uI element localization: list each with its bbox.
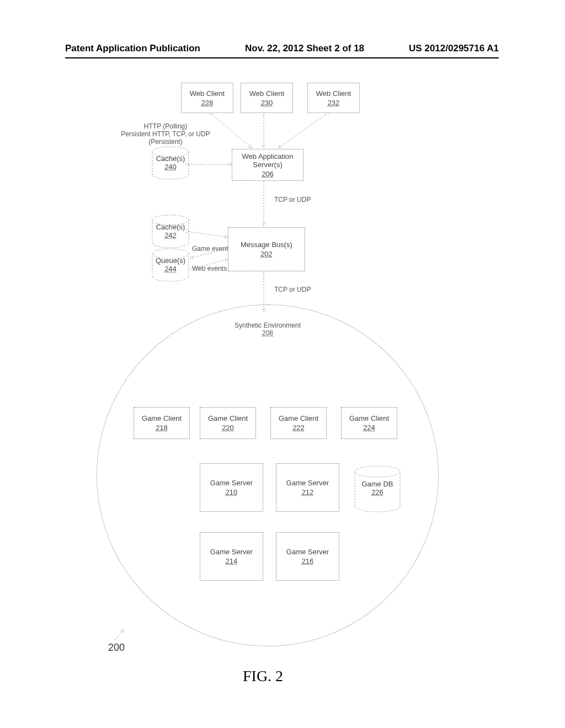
cache-1-ref: 240: [152, 163, 189, 171]
web-client-3-box: Web Client 232: [307, 83, 360, 113]
queue-cyl: Queue(s) 244: [152, 256, 189, 273]
cache-2-ref: 242: [152, 231, 189, 239]
cache-2-label: Cache(s): [152, 223, 189, 231]
http-polling-line2: Persistent HTTP, TCP, or UDP (Persistent…: [105, 130, 226, 146]
cache-2-cyl: Cache(s) 242: [152, 223, 189, 239]
cache-1-cyl: Cache(s) 240: [152, 154, 189, 171]
message-bus-ref: 202: [260, 250, 273, 258]
web-app-server-ref: 206: [262, 170, 274, 178]
web-app-server-box: Web Application Server(s) 206: [232, 149, 303, 181]
web-client-1-label: Web Client: [190, 89, 225, 98]
game-client-2-box: Game Client 220: [200, 407, 256, 439]
game-client-1-ref: 218: [156, 424, 168, 432]
svg-line-17: [189, 232, 228, 237]
header-right: US 2012/0295716 A1: [409, 43, 499, 54]
game-client-4-box: Game Client 224: [341, 407, 397, 439]
game-server-3-label: Game Server: [210, 548, 253, 556]
game-client-4-label: Game Client: [349, 414, 389, 422]
web-events-label: Web events: [192, 265, 227, 272]
game-server-2-box: Game Server 212: [276, 463, 339, 512]
game-events-label: Game events: [192, 245, 231, 253]
synthetic-env-ref: 208: [223, 329, 312, 337]
header-rule: [65, 57, 499, 58]
message-bus-box: Message Bus(s) 202: [228, 227, 305, 271]
web-client-2-ref: 230: [261, 99, 273, 107]
game-server-1-ref: 210: [226, 488, 238, 496]
game-db-label: Game DB: [355, 480, 400, 488]
game-client-4-ref: 224: [363, 424, 375, 432]
web-client-1-ref: 228: [201, 99, 214, 107]
game-db-cyl: Game DB 226: [355, 480, 400, 496]
game-client-3-label: Game Client: [279, 414, 318, 422]
web-client-3-ref: 232: [328, 99, 340, 107]
svg-line-21: [115, 630, 124, 640]
figure-diagram: Web Client 228 Web Client 230 Web Client…: [0, 72, 565, 695]
game-server-3-box: Game Server 214: [200, 532, 263, 581]
web-client-2-box: Web Client 230: [241, 83, 293, 113]
figure-ref-number: 200: [108, 642, 125, 654]
http-polling-line1: HTTP (Polling): [105, 122, 226, 130]
queue-ref: 244: [152, 265, 189, 273]
tcp-udp-label-2: TCP or UDP: [274, 286, 311, 293]
synthetic-env-label: Synthetic Environment 208: [223, 322, 312, 337]
figure-caption: FIG. 2: [243, 667, 283, 685]
game-server-2-ref: 212: [302, 488, 314, 496]
web-client-3-label: Web Client: [316, 89, 351, 98]
game-client-1-box: Game Client 218: [134, 407, 190, 439]
queue-label: Queue(s): [152, 256, 189, 265]
svg-line-14: [279, 115, 326, 148]
message-bus-label: Message Bus(s): [241, 240, 292, 249]
header-left: Patent Application Publication: [65, 43, 200, 54]
game-server-4-ref: 216: [302, 557, 314, 565]
header-center: Nov. 22, 2012 Sheet 2 of 18: [245, 43, 364, 54]
web-client-1-box: Web Client 228: [181, 83, 233, 113]
game-server-3-ref: 214: [226, 557, 238, 565]
game-server-4-label: Game Server: [286, 548, 329, 556]
synthetic-environment-circle: [97, 304, 439, 646]
game-server-2-label: Game Server: [286, 479, 329, 487]
game-server-1-box: Game Server 210: [200, 463, 263, 512]
game-server-4-box: Game Server 216: [276, 532, 339, 581]
cache-1-label: Cache(s): [152, 154, 189, 163]
game-server-1-label: Game Server: [210, 479, 253, 487]
game-client-3-box: Game Client 222: [270, 407, 327, 439]
synthetic-env-text: Synthetic Environment: [223, 322, 312, 329]
page-header: Patent Application Publication Nov. 22, …: [65, 43, 499, 54]
game-db-ref: 226: [355, 488, 400, 496]
game-client-2-ref: 220: [222, 424, 234, 432]
game-client-2-label: Game Client: [208, 414, 248, 422]
game-client-3-ref: 222: [292, 424, 305, 432]
game-client-1-label: Game Client: [142, 414, 182, 422]
http-polling-label: HTTP (Polling) Persistent HTTP, TCP, or …: [105, 122, 226, 146]
web-app-server-label: Web Application Server(s): [242, 152, 294, 169]
tcp-udp-label-1: TCP or UDP: [274, 196, 311, 204]
web-client-2-label: Web Client: [249, 89, 284, 98]
